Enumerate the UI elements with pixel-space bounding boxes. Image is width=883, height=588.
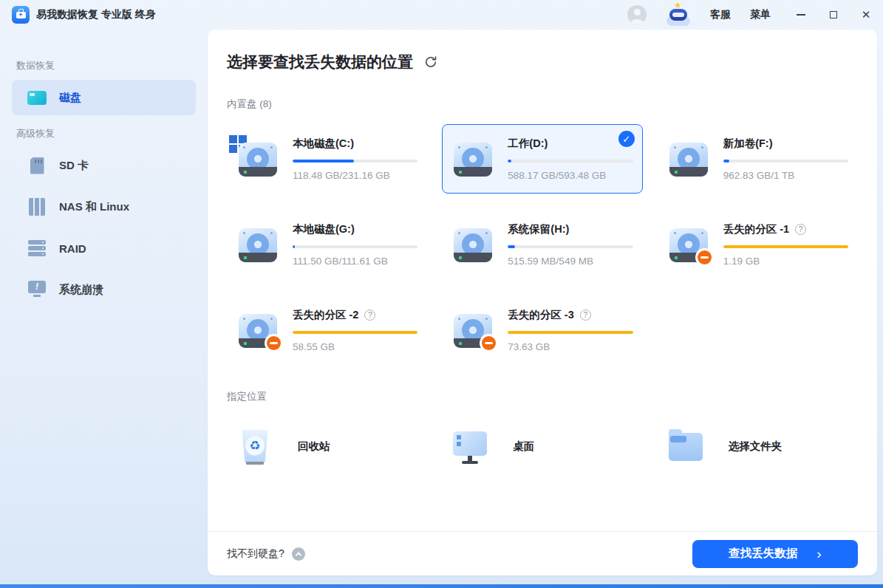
capacity-bar-fill: [723, 245, 848, 248]
capacity-bar-fill: [508, 331, 633, 334]
capacity-bar: [293, 331, 417, 334]
drive-tile[interactable]: 丢失的分区 -3?73.63 GB: [442, 295, 642, 365]
location-item[interactable]: 桌面: [442, 420, 642, 473]
sidebar-item-label: RAID: [59, 242, 86, 255]
sidebar-item-label: 系统崩溃: [59, 283, 103, 297]
location-item[interactable]: 选择文件夹: [658, 420, 858, 473]
capacity-bar: [723, 245, 848, 248]
drive-grid: 本地磁盘(C:)118.48 GB/231.16 GB工作(D:)588.17 …: [227, 124, 858, 365]
hard-drive-icon: [667, 138, 710, 180]
drive-name: 丢失的分区 -1: [723, 222, 789, 236]
drive-name: 丢失的分区 -2: [293, 308, 358, 322]
recycle-bin-icon: ♻: [236, 425, 274, 467]
drive-size: 962.83 GB/1 TB: [723, 170, 848, 181]
drive-tile[interactable]: 新加卷(F:)962.83 GB/1 TB: [658, 124, 858, 194]
hard-drive-icon: [451, 224, 494, 265]
maximize-button[interactable]: [828, 10, 839, 20]
location-item[interactable]: ♻回收站: [227, 420, 427, 473]
drive-tile[interactable]: 丢失的分区 -2?58.55 GB: [227, 295, 427, 365]
drive-tile[interactable]: 本地磁盘(C:)118.48 GB/231.16 GB: [227, 124, 427, 194]
window-bottom-edge: [0, 584, 883, 588]
drive-size: 111.50 GB/111.61 GB: [293, 256, 417, 267]
assistant-robot-icon[interactable]: ★: [666, 4, 691, 26]
capacity-bar: [508, 331, 633, 334]
drive-name: 工作(D:): [508, 137, 548, 151]
hard-drive-icon: [236, 310, 279, 351]
capacity-bar: [293, 160, 417, 163]
sidebar-item-label: SD 卡: [59, 159, 89, 173]
drive-name: 丢失的分区 -3: [508, 308, 573, 322]
sidebar-item[interactable]: NAS 和 Linux: [12, 189, 196, 225]
main-panel: 选择要查找丢失数据的位置 内置盘 (8) 本地磁盘(C:)118.48 GB/2…: [208, 30, 877, 575]
title-bar: 易我数据恢复 专业版 终身 ★ 客服 菜单 ✕: [0, 0, 883, 30]
capacity-bar-fill: [508, 160, 511, 163]
drive-size: 58.55 GB: [293, 341, 417, 352]
sidebar: 数据恢复磁盘高级恢复SD 卡NAS 和 LinuxRAID!系统崩溃: [0, 30, 208, 584]
help-icon[interactable]: ?: [364, 310, 375, 321]
capacity-bar-fill: [293, 331, 417, 334]
nas-icon: [27, 196, 47, 217]
location-grid: ♻回收站桌面选择文件夹: [227, 420, 858, 473]
hard-drive-icon: [236, 138, 279, 180]
hard-drive-icon: [667, 224, 710, 265]
raid-icon: [27, 238, 47, 259]
sidebar-item[interactable]: SD 卡: [12, 148, 196, 183]
disk-icon: [27, 87, 47, 108]
location-label: 选择文件夹: [729, 440, 783, 454]
capacity-bar-fill: [293, 160, 354, 163]
sidebar-item-label: NAS 和 Linux: [59, 200, 129, 214]
drive-tile[interactable]: 丢失的分区 -1?1.19 GB: [658, 210, 858, 279]
drive-size: 118.48 GB/231.16 GB: [293, 170, 417, 181]
user-avatar[interactable]: [627, 5, 647, 24]
drive-size: 1.19 GB: [723, 256, 848, 267]
capacity-bar: [508, 245, 633, 248]
cant-find-disk-text: 找不到硬盘?: [227, 547, 284, 561]
close-button[interactable]: ✕: [861, 10, 871, 20]
check-icon: ✓: [618, 131, 635, 147]
help-icon[interactable]: ?: [795, 224, 806, 235]
capacity-bar: [723, 160, 848, 163]
lost-partition-badge-icon: [265, 334, 283, 352]
minimize-button[interactable]: [796, 10, 806, 20]
support-link[interactable]: 客服: [710, 8, 731, 21]
sidebar-section-label: 数据恢复: [16, 59, 196, 72]
app-title: 易我数据恢复 专业版 终身: [36, 8, 156, 21]
drive-size: 515.59 MB/549 MB: [508, 256, 633, 267]
footer-bar: 找不到硬盘? 查找丢失数据 ›: [208, 531, 877, 575]
sidebar-item-label: 磁盘: [59, 91, 81, 105]
drive-tile[interactable]: 系统保留(H:)515.59 MB/549 MB: [442, 210, 642, 279]
sidebar-item[interactable]: 磁盘: [12, 80, 196, 115]
drive-name: 系统保留(H:): [508, 222, 569, 236]
sidebar-section-label: 高级恢复: [16, 127, 196, 140]
drive-size: 588.17 GB/593.48 GB: [508, 170, 633, 181]
drive-tile[interactable]: 工作(D:)588.17 GB/593.48 GB✓: [442, 124, 642, 194]
folder-icon: [666, 425, 705, 467]
chevron-up-icon[interactable]: [292, 547, 305, 561]
app-logo-icon: [12, 6, 30, 24]
drive-name: 本地磁盘(C:): [293, 137, 354, 151]
drive-name: 本地磁盘(G:): [293, 222, 355, 236]
page-title: 选择要查找丢失数据的位置: [227, 52, 413, 72]
lost-partition-badge-icon: [480, 334, 498, 352]
refresh-icon[interactable]: [423, 55, 438, 69]
help-icon[interactable]: ?: [580, 310, 591, 321]
sd-card-icon: [27, 155, 47, 176]
internal-disks-label: 内置盘 (8): [227, 98, 858, 111]
lost-partition-badge-icon: [695, 248, 714, 267]
hard-drive-icon: [451, 138, 494, 180]
drive-name: 新加卷(F:): [723, 137, 773, 151]
sidebar-item[interactable]: !系统崩溃: [12, 272, 196, 307]
capacity-bar-fill: [508, 245, 515, 248]
drive-size: 73.63 GB: [508, 341, 633, 352]
capacity-bar-fill: [723, 160, 729, 163]
hard-drive-icon: [236, 224, 279, 265]
menu-link[interactable]: 菜单: [750, 8, 771, 21]
scan-button[interactable]: 查找丢失数据 ›: [692, 540, 858, 568]
hard-drive-icon: [451, 310, 494, 351]
capacity-bar: [508, 160, 633, 163]
arrow-right-icon: ›: [816, 547, 821, 561]
specified-location-label: 指定位置: [227, 390, 858, 403]
drive-tile[interactable]: 本地磁盘(G:)111.50 GB/111.61 GB: [227, 210, 427, 279]
sidebar-item[interactable]: RAID: [12, 230, 196, 266]
capacity-bar-fill: [293, 245, 295, 248]
